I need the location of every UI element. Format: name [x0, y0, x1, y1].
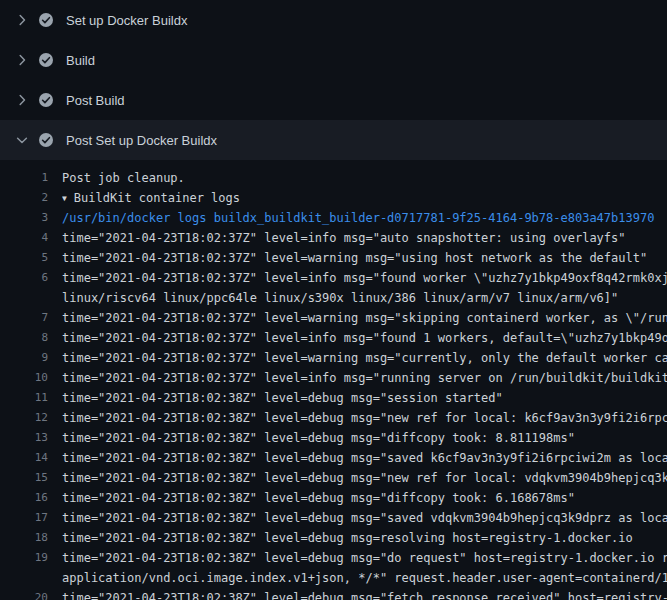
- triangle-down-icon: ▼: [62, 189, 67, 208]
- line-number[interactable]: 6: [0, 268, 62, 288]
- log-line: 18time="2021-04-23T18:02:38Z" level=debu…: [0, 528, 667, 548]
- chevron-right-icon: [14, 92, 30, 108]
- line-number[interactable]: 10: [0, 368, 62, 388]
- success-check-icon: [38, 92, 54, 108]
- log-line: 20time="2021-04-23T18:02:38Z" level=debu…: [0, 588, 667, 600]
- log-line: linux/riscv64 linux/ppc64le linux/s390x …: [0, 288, 667, 308]
- step-label: Build: [66, 53, 95, 68]
- line-number[interactable]: 3: [0, 208, 62, 228]
- log-group-toggle[interactable]: ▼BuildKit container logs: [62, 188, 667, 208]
- line-number[interactable]: 17: [0, 508, 62, 528]
- log-line: 13time="2021-04-23T18:02:38Z" level=debu…: [0, 428, 667, 448]
- success-check-icon: [38, 12, 54, 28]
- chevron-down-icon: [14, 132, 30, 148]
- log-line: application/vnd.oci.image.index.v1+json,…: [0, 568, 667, 588]
- log-text: time="2021-04-23T18:02:37Z" level=info m…: [62, 228, 667, 248]
- step-label: Post Set up Docker Buildx: [66, 133, 217, 148]
- log-line: 7time="2021-04-23T18:02:37Z" level=warni…: [0, 308, 667, 328]
- log-line: 2▼BuildKit container logs: [0, 188, 667, 208]
- step-header-post-build[interactable]: Post Build: [0, 80, 667, 120]
- log-text: time="2021-04-23T18:02:37Z" level=warnin…: [62, 348, 667, 368]
- log-text: time="2021-04-23T18:02:38Z" level=debug …: [62, 448, 667, 468]
- line-number[interactable]: 13: [0, 428, 62, 448]
- line-number[interactable]: [0, 568, 62, 588]
- log-text: time="2021-04-23T18:02:37Z" level=info m…: [62, 328, 667, 348]
- log-text: time="2021-04-23T18:02:37Z" level=info m…: [62, 268, 667, 288]
- log-line: 5time="2021-04-23T18:02:37Z" level=warni…: [0, 248, 667, 268]
- chevron-right-icon: [14, 12, 30, 28]
- log-text: time="2021-04-23T18:02:38Z" level=debug …: [62, 408, 667, 428]
- log-text: time="2021-04-23T18:02:38Z" level=debug …: [62, 388, 667, 408]
- actions-log-viewer: Set up Docker BuildxBuildPost BuildPost …: [0, 0, 667, 600]
- steps-list: Set up Docker BuildxBuildPost BuildPost …: [0, 0, 667, 160]
- line-number[interactable]: 9: [0, 348, 62, 368]
- success-check-icon: [38, 132, 54, 148]
- log-text: time="2021-04-23T18:02:37Z" level=info m…: [62, 368, 667, 388]
- log-line: 17time="2021-04-23T18:02:38Z" level=debu…: [0, 508, 667, 528]
- line-number[interactable]: 2: [0, 188, 62, 208]
- log-line: 11time="2021-04-23T18:02:38Z" level=debu…: [0, 388, 667, 408]
- log-line: 4time="2021-04-23T18:02:37Z" level=info …: [0, 228, 667, 248]
- line-number[interactable]: 11: [0, 388, 62, 408]
- log-text: Post job cleanup.: [62, 168, 667, 188]
- line-number[interactable]: 1: [0, 168, 62, 188]
- log-text: time="2021-04-23T18:02:38Z" level=debug …: [62, 548, 667, 568]
- line-number[interactable]: 12: [0, 408, 62, 428]
- log-text: time="2021-04-23T18:02:38Z" level=debug …: [62, 528, 667, 548]
- line-number[interactable]: 20: [0, 588, 62, 600]
- log-line: 6time="2021-04-23T18:02:37Z" level=info …: [0, 268, 667, 288]
- log-command-text: /usr/bin/docker logs buildx_buildkit_bui…: [62, 208, 667, 228]
- line-number[interactable]: 14: [0, 448, 62, 468]
- log-group-label: BuildKit container logs: [74, 191, 240, 205]
- step-label: Post Build: [66, 93, 125, 108]
- line-number[interactable]: 16: [0, 488, 62, 508]
- step-header-set-up-docker-buildx[interactable]: Set up Docker Buildx: [0, 0, 667, 40]
- line-number[interactable]: [0, 288, 62, 308]
- log-text: linux/riscv64 linux/ppc64le linux/s390x …: [62, 288, 667, 308]
- log-line: 10time="2021-04-23T18:02:37Z" level=info…: [0, 368, 667, 388]
- log-text: time="2021-04-23T18:02:38Z" level=debug …: [62, 468, 667, 488]
- line-number[interactable]: 7: [0, 308, 62, 328]
- log-line: 15time="2021-04-23T18:02:38Z" level=debu…: [0, 468, 667, 488]
- log-panel: 1Post job cleanup.2▼BuildKit container l…: [0, 160, 667, 600]
- log-line: 12time="2021-04-23T18:02:38Z" level=debu…: [0, 408, 667, 428]
- log-line: 16time="2021-04-23T18:02:38Z" level=debu…: [0, 488, 667, 508]
- log-text: time="2021-04-23T18:02:38Z" level=debug …: [62, 588, 667, 600]
- log-text: time="2021-04-23T18:02:38Z" level=debug …: [62, 428, 667, 448]
- log-text: time="2021-04-23T18:02:37Z" level=warnin…: [62, 308, 667, 328]
- log-line: 8time="2021-04-23T18:02:37Z" level=info …: [0, 328, 667, 348]
- log-text: application/vnd.oci.image.index.v1+json,…: [62, 568, 667, 588]
- success-check-icon: [38, 52, 54, 68]
- log-line: 3/usr/bin/docker logs buildx_buildkit_bu…: [0, 208, 667, 228]
- log-line: 14time="2021-04-23T18:02:38Z" level=debu…: [0, 448, 667, 468]
- log-line: 9time="2021-04-23T18:02:37Z" level=warni…: [0, 348, 667, 368]
- line-number[interactable]: 15: [0, 468, 62, 488]
- log-line: 19time="2021-04-23T18:02:38Z" level=debu…: [0, 548, 667, 568]
- line-number[interactable]: 8: [0, 328, 62, 348]
- log-text: time="2021-04-23T18:02:37Z" level=warnin…: [62, 248, 667, 268]
- line-number[interactable]: 18: [0, 528, 62, 548]
- step-label: Set up Docker Buildx: [66, 13, 187, 28]
- line-number[interactable]: 5: [0, 248, 62, 268]
- log-text: time="2021-04-23T18:02:38Z" level=debug …: [62, 508, 667, 528]
- log-text: time="2021-04-23T18:02:38Z" level=debug …: [62, 488, 667, 508]
- line-number[interactable]: 4: [0, 228, 62, 248]
- log-line: 1Post job cleanup.: [0, 168, 667, 188]
- step-header-build[interactable]: Build: [0, 40, 667, 80]
- line-number[interactable]: 19: [0, 548, 62, 568]
- chevron-right-icon: [14, 52, 30, 68]
- step-header-post-set-up-docker-buildx[interactable]: Post Set up Docker Buildx: [0, 120, 667, 160]
